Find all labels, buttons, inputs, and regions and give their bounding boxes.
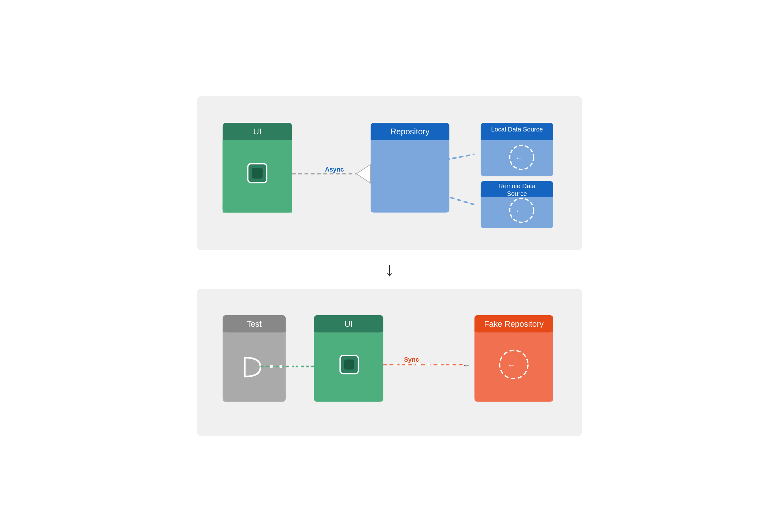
- svg-rect-34: [344, 359, 354, 369]
- top-diagram: UI Async Repository: [197, 96, 582, 250]
- svg-text:Source: Source: [507, 190, 527, 197]
- svg-text:←: ←: [515, 152, 524, 162]
- remote-ds-label: Remote Data: [498, 182, 536, 189]
- svg-rect-24: [223, 329, 286, 332]
- bottom-diagram: Test UI Sync: [197, 289, 582, 436]
- local-ds-label: Local Data Source: [491, 126, 543, 133]
- svg-marker-9: [356, 164, 371, 183]
- svg-rect-1: [223, 137, 292, 140]
- top-ui-label: UI: [253, 127, 261, 136]
- test-label: Test: [246, 319, 261, 329]
- svg-point-36: [394, 363, 398, 366]
- svg-point-41: [450, 363, 453, 366]
- svg-rect-7: [252, 168, 262, 178]
- svg-point-39: [427, 363, 430, 366]
- svg-point-38: [416, 363, 419, 366]
- fake-repo-label: Fake Repository: [484, 319, 544, 329]
- top-diagram-svg: UI Async Repository: [217, 112, 562, 234]
- svg-rect-13: [371, 137, 449, 140]
- svg-point-27: [270, 365, 273, 368]
- top-repo-label: Repository: [391, 127, 430, 136]
- async-label: Async: [325, 166, 344, 173]
- svg-point-40: [438, 363, 441, 366]
- svg-rect-44: [474, 329, 553, 332]
- svg-rect-15: [481, 137, 553, 140]
- sync-label: Sync: [404, 356, 419, 363]
- bottom-ui-label: UI: [345, 319, 353, 329]
- svg-point-29: [289, 365, 292, 368]
- main-container: UI Async Repository: [197, 96, 582, 436]
- down-arrow: ↓: [385, 250, 394, 289]
- svg-point-28: [279, 365, 283, 368]
- svg-text:←: ←: [462, 360, 471, 370]
- svg-point-30: [298, 365, 301, 368]
- down-arrow-icon: ↓: [385, 260, 394, 279]
- bottom-diagram-svg: Test UI Sync: [217, 305, 562, 420]
- svg-text:←: ←: [515, 205, 524, 215]
- svg-rect-32: [314, 329, 383, 332]
- svg-text:←: ←: [507, 360, 516, 370]
- svg-point-37: [405, 363, 408, 366]
